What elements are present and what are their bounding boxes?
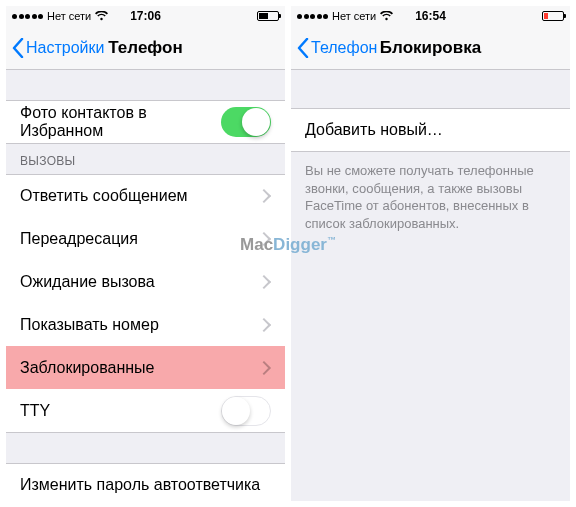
row-tty[interactable]: TTY <box>6 389 285 433</box>
page-title: Телефон <box>108 38 182 58</box>
row-label: Ответить сообщением <box>20 187 259 205</box>
section-header-calls: ВЫЗОВЫ <box>6 144 285 174</box>
row-label: Показывать номер <box>20 316 259 334</box>
row-label: Изменить пароль автоответчика <box>20 476 271 494</box>
row-show-caller-id[interactable]: Показывать номер <box>6 303 285 347</box>
blocked-info-text: Вы не сможете получать телефонные звонки… <box>291 152 570 242</box>
row-change-voicemail-password[interactable]: Изменить пароль автоответчика <box>6 463 285 501</box>
row-respond-with-text[interactable]: Ответить сообщением <box>6 174 285 218</box>
back-button[interactable]: Настройки <box>12 38 104 58</box>
nav-bar: Телефон Блокировка <box>291 26 570 70</box>
wifi-icon <box>95 11 108 21</box>
status-bar: Нет сети 17:06 <box>6 6 285 26</box>
row-favorites-photos[interactable]: Фото контактов в Избранном <box>6 100 285 144</box>
toggle-favorites-photos[interactable] <box>221 107 271 137</box>
row-label: TTY <box>20 402 221 420</box>
screen-phone-settings: Нет сети 17:06 Настройки Телефон Фото ко… <box>6 6 285 501</box>
carrier-label: Нет сети <box>332 10 376 22</box>
status-bar: Нет сети 16:54 <box>291 6 570 26</box>
signal-dots-icon <box>12 14 43 19</box>
signal-dots-icon <box>297 14 328 19</box>
row-label: Переадресация <box>20 230 259 248</box>
battery-icon <box>257 11 279 21</box>
page-title: Блокировка <box>380 38 481 58</box>
row-call-forwarding[interactable]: Переадресация <box>6 217 285 261</box>
row-call-waiting[interactable]: Ожидание вызова <box>6 260 285 304</box>
toggle-tty[interactable] <box>221 396 271 426</box>
nav-bar: Настройки Телефон <box>6 26 285 70</box>
back-label: Телефон <box>311 39 377 57</box>
chevron-left-icon <box>12 38 24 58</box>
row-add-new[interactable]: Добавить новый… <box>291 108 570 152</box>
clock-label: 16:54 <box>415 9 446 23</box>
chevron-left-icon <box>297 38 309 58</box>
carrier-label: Нет сети <box>47 10 91 22</box>
row-label: Ожидание вызова <box>20 273 259 291</box>
wifi-icon <box>380 11 393 21</box>
row-label: Добавить новый… <box>305 121 556 139</box>
row-blocked[interactable]: Заблокированные <box>6 346 285 390</box>
back-button[interactable]: Телефон <box>297 38 377 58</box>
clock-label: 17:06 <box>130 9 161 23</box>
battery-icon <box>542 11 564 21</box>
row-label: Фото контактов в Избранном <box>20 104 221 140</box>
screen-blocked-list: Нет сети 16:54 Телефон Блокировка Добави… <box>291 6 570 501</box>
row-label: Заблокированные <box>20 359 259 377</box>
back-label: Настройки <box>26 39 104 57</box>
